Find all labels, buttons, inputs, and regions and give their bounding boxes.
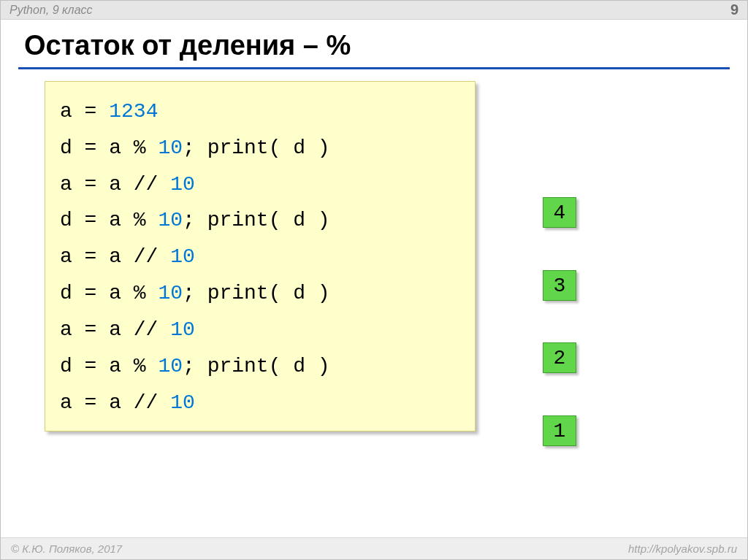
token-text: a = a // — [60, 391, 170, 414]
token-number: 10 — [170, 391, 207, 414]
slide: Python, 9 класс 9 Остаток от деления – %… — [0, 0, 748, 560]
code-line: a = a // 10 — [60, 239, 460, 275]
token-number: 10 — [170, 173, 195, 196]
code-line: a = a // 10 — [60, 166, 460, 203]
code-line: d = a % 10; print( d ) — [60, 130, 460, 166]
code-line: a = 1234 — [60, 93, 460, 130]
code-line: a = a // 10 — [60, 312, 460, 348]
token-number: 10 — [158, 137, 183, 159]
code-line: d = a % 10; print( d ) — [60, 202, 460, 239]
page-number: 9 — [730, 1, 739, 18]
token-text: a = a // — [60, 245, 170, 268]
token-number: 10 — [170, 245, 195, 268]
source-link[interactable]: http://kpolyakov.spb.ru — [628, 542, 737, 555]
code-block: a = 1234d = a % 10; print( d ) a = a // … — [45, 81, 476, 431]
token-text: d = a % — [60, 282, 158, 304]
token-number: 10 — [158, 282, 183, 304]
token-text: a = a // — [60, 318, 170, 341]
output-badge: 1 — [543, 415, 576, 446]
header-bar: Python, 9 класс 9 — [1, 1, 747, 20]
token-text: a = — [60, 100, 109, 123]
slide-title: Остаток от деления – % — [1, 20, 747, 67]
output-badge: 3 — [543, 270, 576, 301]
token-text: d = a % — [60, 137, 158, 159]
code-line: d = a % 10; print( d ) — [60, 275, 460, 312]
code-line: a = a // 10 — [60, 385, 460, 421]
token-number: 1234 — [109, 100, 158, 123]
token-number: 10 — [158, 209, 183, 231]
course-label: Python, 9 класс — [9, 4, 93, 17]
token-number: 10 — [158, 355, 183, 377]
token-text: ; print( d ) — [183, 137, 342, 159]
token-text: d = a % — [60, 209, 158, 231]
content-area: a = 1234d = a % 10; print( d ) a = a // … — [1, 81, 747, 431]
footer-bar: © К.Ю. Поляков, 2017 http://kpolyakov.sp… — [1, 537, 747, 559]
copyright: © К.Ю. Поляков, 2017 — [11, 542, 122, 555]
output-badge: 2 — [543, 342, 576, 373]
token-number: 10 — [170, 318, 195, 341]
title-rule — [18, 67, 730, 69]
output-badge: 4 — [543, 197, 576, 228]
token-text: ; print( d ) — [183, 209, 342, 231]
token-text: ; print( d ) — [183, 282, 342, 304]
token-text: d = a % — [60, 355, 158, 377]
token-text: ; print( d ) — [183, 355, 342, 377]
code-line: d = a % 10; print( d ) — [60, 348, 460, 385]
token-text: a = a // — [60, 173, 170, 196]
